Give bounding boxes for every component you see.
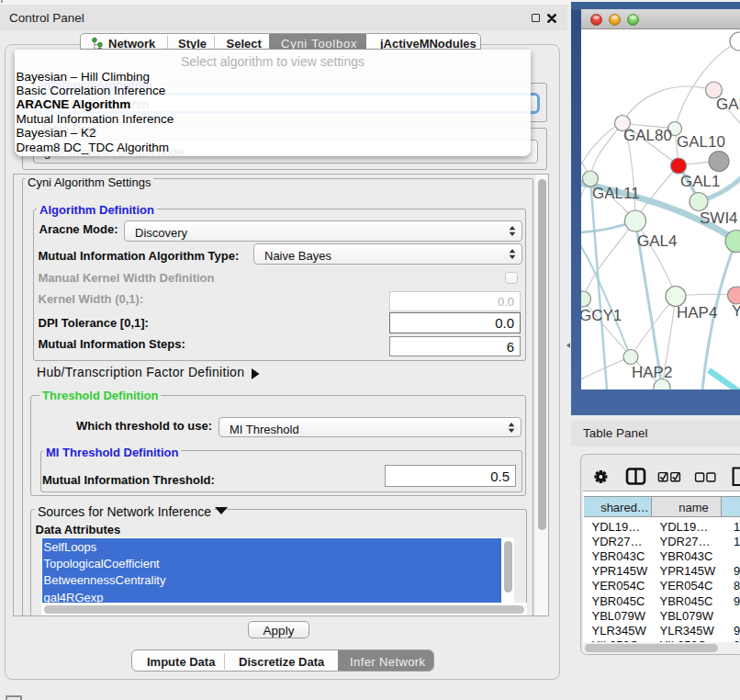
svg-text:GAL80: GAL80	[623, 127, 672, 144]
svg-text:GAL11: GAL11	[592, 185, 640, 202]
svg-text:GAL7: GAL7	[716, 96, 740, 113]
svg-text:YJ: YJ	[732, 302, 740, 320]
svg-text:HAP4: HAP4	[677, 304, 717, 322]
svg-text:GCY1: GCY1	[581, 307, 622, 324]
svg-text:HAP2: HAP2	[632, 364, 672, 381]
svg-text:SWI4: SWI4	[700, 209, 738, 227]
svg-text:GAL10: GAL10	[677, 133, 725, 151]
svg-text:GAL1: GAL1	[680, 173, 720, 190]
svg-text:GAL4: GAL4	[637, 232, 677, 250]
